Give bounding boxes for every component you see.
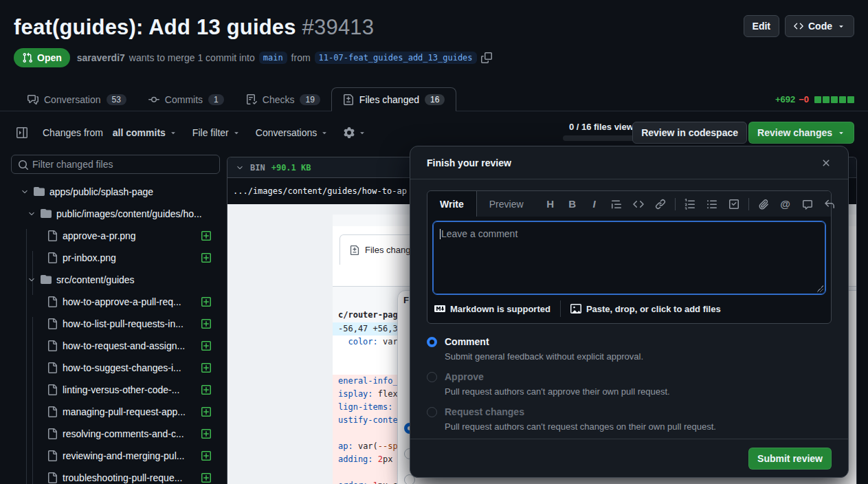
paperclip-icon[interactable] [753, 194, 774, 214]
modal-title: Finish your review [427, 157, 511, 168]
tree-file-how-to-list-pull-requests-in-[interactable]: how-to-list-pull-requests-in... [11, 313, 220, 335]
tree-file-how-to-approve-a-pull-req-[interactable]: how-to-approve-a-pull-req... [11, 291, 220, 313]
diff-added-icon [201, 450, 212, 461]
head-branch-link[interactable]: 11-07-feat_guides_add_13_guides [315, 52, 477, 64]
tree-file-approve-a-pr-png[interactable]: approve-a-pr.png [11, 225, 220, 247]
tab-conversation[interactable]: Conversation 53 [16, 87, 137, 111]
chevron-down-icon [27, 210, 36, 218]
folder-icon [41, 274, 52, 285]
tab-files-changed[interactable]: Files changed 16 [331, 87, 457, 111]
diff-added-icon [201, 340, 212, 351]
folder-icon [34, 186, 45, 197]
file-tree: apps/public/splash-pagepublic/images/con… [11, 181, 220, 484]
checks-icon [246, 94, 257, 105]
code-icon[interactable] [628, 194, 649, 214]
review-in-codespace-button[interactable]: Review in codespace [632, 122, 747, 144]
diff-added-icon [201, 472, 212, 483]
file-diff-icon [350, 245, 359, 255]
tab-preview[interactable]: Preview [477, 191, 536, 217]
deletions-count: −0 [799, 94, 809, 104]
diffstat: +692 −0 [775, 94, 854, 104]
tasklist-icon[interactable] [724, 194, 744, 214]
pr-header: feat(guides): Add 13 guides #39413 Edit … [14, 15, 854, 40]
edit-button[interactable]: Edit [744, 15, 779, 37]
file-icon [47, 406, 58, 417]
base-branch-link[interactable]: main [259, 52, 287, 64]
file-icon [47, 230, 58, 241]
quote-icon[interactable] [606, 194, 627, 214]
author-name: saraverdi7 [77, 52, 125, 63]
filter-files-input[interactable] [32, 155, 215, 173]
tree-file-pr-inbox-png[interactable]: pr-inbox.png [11, 247, 220, 269]
tab-commits[interactable]: Commits 1 [137, 87, 235, 111]
copy-branch-icon[interactable] [481, 52, 492, 63]
search-icon [18, 160, 29, 170]
cross-reference-icon[interactable] [797, 194, 818, 214]
review-option-approve: Approve Pull request authors can't appro… [427, 371, 832, 397]
page-title: feat(guides): Add 13 guides #39413 [14, 15, 374, 40]
file-icon [47, 384, 58, 395]
file-filter-dropdown[interactable]: File filter [192, 127, 241, 138]
tab-write[interactable]: Write [427, 191, 477, 217]
attach-files-button[interactable]: Paste, drop, or click to add files [570, 303, 721, 314]
review-option-request-changes: Request changes Pull request authors can… [427, 406, 832, 432]
tree-file-managing-pull-request-app-[interactable]: managing-pull-request-app... [11, 401, 220, 423]
caret-down-icon [837, 129, 845, 137]
pr-tabs: Conversation 53 Commits 1 Checks 19 File… [0, 87, 868, 111]
tree-folder-src-content-guides[interactable]: src/content/guides [11, 269, 220, 291]
link-icon[interactable] [650, 194, 671, 214]
file-icon [47, 296, 58, 307]
review-event-options: Comment Submit general feedback without … [427, 336, 832, 441]
code-icon [794, 21, 803, 31]
diff-added-icon [201, 318, 212, 329]
diff-added-icon [201, 252, 212, 263]
changes-from-dropdown[interactable]: Changes from all commits [43, 127, 177, 138]
markdown-icon [434, 303, 445, 314]
heading-icon[interactable]: H [540, 194, 561, 214]
pr-number: #39413 [302, 15, 375, 39]
tree-file-how-to-suggest-changes-i-[interactable]: how-to-suggest-changes-i... [11, 357, 220, 379]
code-button[interactable]: Code [785, 15, 854, 37]
list-unordered-icon[interactable] [702, 194, 722, 214]
tree-folder-public-images-content-guides-ho-[interactable]: public/images/content/guides/ho... [11, 203, 220, 225]
diff-settings-dropdown[interactable] [344, 127, 366, 138]
tab-checks[interactable]: Checks 19 [235, 87, 331, 111]
file-icon [47, 318, 58, 329]
file-path: .../images/content/guides/how-to-ap [233, 186, 407, 196]
markdown-supported-link[interactable]: Markdown is supported [434, 303, 550, 314]
resize-handle[interactable] [816, 285, 823, 292]
tab-count: 16 [425, 94, 445, 105]
tree-file-troubleshooting-pull-reque-[interactable]: troubleshooting-pull-reque... [11, 467, 220, 484]
reply-icon[interactable] [819, 194, 840, 214]
tree-file-reviewing-and-merging-pul-[interactable]: reviewing-and-merging-pul... [11, 445, 220, 467]
diff-added-icon [201, 230, 212, 241]
italic-icon[interactable]: I [584, 194, 605, 214]
caret-down-icon [837, 22, 845, 30]
file-size-delta: +90.1 KB [271, 163, 311, 173]
collapse-sidebar-icon[interactable] [16, 127, 27, 138]
tree-file-linting-versus-other-code-[interactable]: linting-versus-other-code-... [11, 379, 220, 401]
pr-title-text: feat(guides): Add 13 guides [14, 15, 296, 39]
review-changes-button[interactable]: Review changes [748, 122, 854, 144]
conversations-dropdown[interactable]: Conversations [256, 127, 329, 138]
commit-icon [148, 94, 159, 105]
file-filter-search [11, 155, 220, 174]
list-ordered-icon[interactable] [680, 194, 700, 214]
tree-folder-apps-public-splash-page[interactable]: apps/public/splash-page [11, 181, 220, 203]
folder-icon [41, 208, 52, 219]
finish-review-modal: Finish your review Write Preview HBI@ Le… [410, 146, 849, 478]
caret-down-icon [320, 129, 329, 137]
tree-file-how-to-request-and-assign-[interactable]: how-to-request-and-assign... [11, 335, 220, 357]
status-badge: Open [14, 48, 70, 67]
file-icon [47, 428, 58, 439]
submit-review-button[interactable]: Submit review [748, 448, 832, 470]
mention-icon[interactable]: @ [775, 194, 796, 214]
file-icon [47, 340, 58, 351]
radio-comment[interactable] [427, 337, 437, 347]
caret-down-icon [358, 129, 366, 137]
chevron-down-icon[interactable] [236, 164, 244, 172]
tree-file-resolving-comments-and-c-[interactable]: resolving-comments-and-c... [11, 423, 220, 445]
bold-icon[interactable]: B [562, 194, 583, 214]
close-icon[interactable] [815, 152, 837, 174]
comment-textarea[interactable]: Leave a comment [433, 221, 825, 294]
